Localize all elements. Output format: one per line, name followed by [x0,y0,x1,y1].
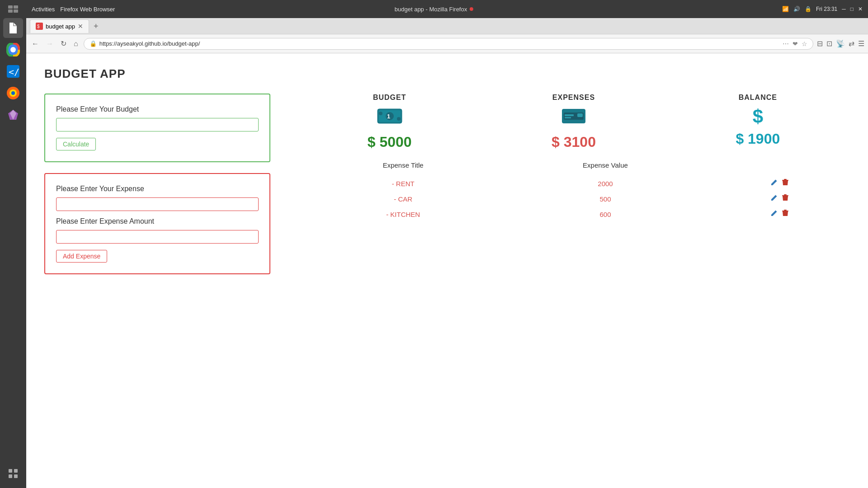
table-row: - KITCHEN 600 [297,209,850,220]
url-pocket-icon[interactable]: ❤ [793,40,798,47]
expense-actions-kitchen [762,209,789,220]
time-display: Fri 23:31 [816,6,837,12]
balance-heading: BALANCE [722,94,794,102]
budget-summary: BUDGET 1 [354,94,426,150]
browser-label[interactable]: Firefox Web Browser [60,6,115,13]
expenses-value: $ 3100 [538,134,610,150]
svg-rect-36 [784,194,787,195]
expense-amount-label: Please Enter Expense Amount [56,217,259,225]
svg-rect-37 [782,211,788,211]
svg-text:1: 1 [387,113,390,120]
svg-rect-15 [9,474,12,478]
address-bar: ← → ↻ ⌂ 🔒 https://ayseakyol.github.io/bu… [26,34,868,53]
add-expense-btn[interactable]: Add Expense [56,250,107,263]
svg-rect-34 [784,179,787,180]
window-title: budget app - Mozilla Firefox [395,6,467,13]
delete-kitchen-btn[interactable] [781,209,789,220]
reload-btn[interactable]: ↻ [59,38,68,50]
svg-text:$: $ [37,24,40,29]
svg-rect-27 [565,114,574,116]
svg-rect-13 [9,469,12,473]
expense-value-car: 500 [569,195,642,203]
balance-icon: $ [722,107,794,126]
url-bar[interactable]: 🔒 https://ayseakyol.github.io/budget-app… [84,38,813,50]
sidebar-chrome-icon[interactable] [3,40,23,60]
window-close[interactable]: ✕ [858,6,863,12]
forward-btn[interactable]: → [44,38,55,50]
svg-point-10 [11,91,15,95]
active-tab[interactable]: $ budget app ✕ [30,19,89,33]
svg-point-24 [397,117,401,121]
svg-text:</>: </> [9,66,19,77]
col-actions-header [762,161,789,169]
sidebar-grid-icon[interactable] [3,464,23,483]
expense-actions-car [762,193,789,204]
budget-heading: BUDGET [354,94,426,102]
balance-summary: BALANCE $ $ 1900 [722,94,794,150]
delete-car-btn[interactable] [781,193,789,204]
expense-form-label: Please Enter Your Expense [56,185,259,193]
new-tab-btn[interactable]: + [91,22,101,30]
svg-rect-3 [14,9,18,13]
sidebar-activities-icon[interactable] [3,5,23,14]
activities-label[interactable]: Activities [32,6,55,13]
svg-rect-0 [8,5,13,9]
svg-rect-35 [782,195,788,196]
calculate-btn[interactable]: Calculate [56,138,96,150]
budget-form-card: Please Enter Your Budget Calculate [44,94,270,162]
tab-favicon: $ [36,23,43,30]
svg-rect-32 [786,182,787,184]
edit-kitchen-btn[interactable] [769,209,778,220]
sidebar-firefox-icon[interactable] [3,83,23,103]
os-sidebar: </> [0,0,26,488]
expenses-summary: EXPENSES $ 3100 [538,94,610,150]
toolbar-rss-icon[interactable]: 📡 [836,39,845,48]
lock-icon-url: 🔒 [90,40,97,47]
expense-form-card: Please Enter Your Expense Please Enter E… [44,173,270,274]
lock-icon: 🔒 [805,6,811,12]
budget-form-label: Please Enter Your Budget [56,105,259,113]
browser-window: $ budget app ✕ + ← → ↻ ⌂ 🔒 https://aysea… [26,18,868,488]
delete-rent-btn[interactable] [781,178,789,189]
edit-rent-btn[interactable] [769,178,778,189]
expense-title-rent: - RENT [358,180,448,188]
toolbar-containers-icon[interactable]: ⊟ [817,39,823,48]
volume-icon: 🔊 [793,6,800,12]
budget-icon: 1 [354,107,426,129]
window-minimize[interactable]: ─ [842,6,846,12]
tab-label: budget app [46,23,75,30]
expense-title-kitchen: - KITCHEN [358,211,448,218]
url-text: https://ayseakyol.github.io/budget-app/ [99,40,200,47]
edit-car-btn[interactable] [769,193,778,204]
col-value-header: Expense Value [569,161,642,169]
sidebar-files-icon[interactable] [3,18,23,38]
expense-title-input[interactable] [56,197,259,211]
app-title: BUDGET APP [44,67,850,81]
page-content: BUDGET APP Please Enter Your Budget Calc… [26,53,868,488]
wifi-icon: 📶 [782,6,789,12]
toolbar-sidebar-icon[interactable]: ⊡ [826,39,832,48]
svg-rect-38 [784,210,787,211]
sidebar-gem-icon[interactable] [3,105,23,125]
svg-rect-1 [14,5,18,9]
expense-amount-input[interactable] [56,230,259,244]
svg-rect-28 [565,117,571,118]
balance-value: $ 1900 [722,131,794,147]
sidebar-vscode-icon[interactable]: </> [3,61,23,81]
toolbar-sync-icon[interactable]: ⇄ [849,39,854,48]
url-star-icon[interactable]: ☆ [802,40,807,47]
toolbar-menu-icon[interactable]: ☰ [858,39,864,48]
svg-rect-29 [577,113,583,117]
url-menu-icon[interactable]: ⋯ [783,40,789,47]
home-btn[interactable]: ⌂ [72,38,80,50]
expenses-icon [538,107,610,129]
expenses-heading: EXPENSES [538,94,610,102]
window-restore[interactable]: □ [850,6,854,12]
budget-input[interactable] [56,118,259,131]
budget-value: $ 5000 [354,134,426,150]
tab-close-btn[interactable]: ✕ [78,23,83,29]
tab-bar: $ budget app ✕ + [26,18,868,34]
back-btn[interactable]: ← [30,38,41,50]
right-column: BUDGET 1 [297,94,850,224]
expense-value-rent: 2000 [569,180,642,188]
